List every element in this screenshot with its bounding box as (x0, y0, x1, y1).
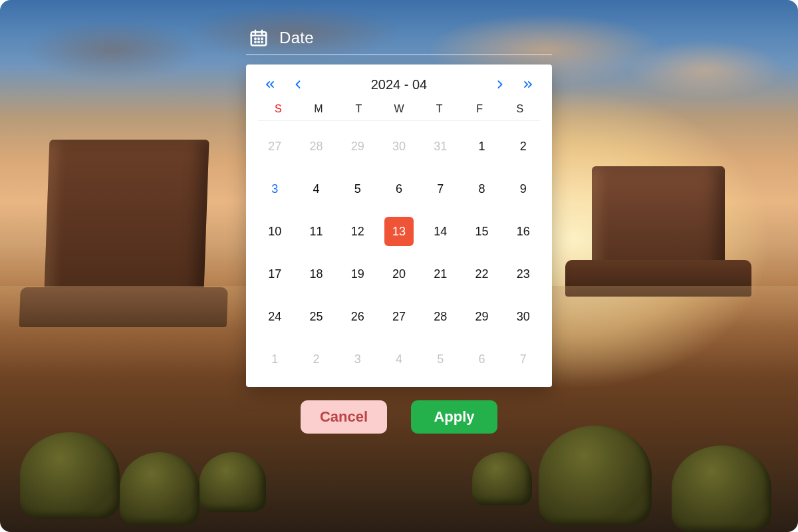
calendar-cell: 5 (420, 338, 461, 380)
calendar-day[interactable]: 10 (260, 217, 289, 246)
calendar-cell: 13 (378, 210, 420, 253)
calendar-day[interactable]: 14 (426, 217, 455, 246)
calendar-day[interactable]: 23 (509, 259, 538, 289)
calendar-day-outside[interactable]: 7 (509, 344, 538, 374)
calendar-cell: 6 (461, 338, 502, 380)
date-picker: Date 2024 - 04 (246, 27, 552, 434)
calendar-cell: 26 (337, 295, 378, 338)
calendar-day[interactable]: 16 (509, 217, 538, 246)
svg-point-4 (255, 39, 256, 40)
calendar-day-outside[interactable]: 29 (343, 132, 372, 161)
calendar-day[interactable]: 15 (467, 217, 497, 246)
chevron-double-left-icon (263, 78, 277, 91)
calendar-cell: 27 (254, 125, 295, 168)
calendar-day-outside[interactable]: 31 (426, 132, 455, 161)
calendar-cell: 28 (420, 295, 461, 338)
weekday-wed: W (379, 103, 420, 115)
calendar-day[interactable]: 20 (384, 259, 414, 289)
weekday-fri: F (460, 103, 500, 115)
calendar-cell: 15 (461, 210, 502, 253)
calendar-day[interactable]: 28 (426, 302, 455, 331)
calendar-day[interactable]: 27 (384, 302, 414, 331)
calendar-day[interactable]: 19 (343, 259, 372, 289)
calendar-cell: 30 (378, 125, 420, 168)
weekday-tue: T (338, 103, 379, 115)
calendar-day[interactable]: 29 (467, 302, 497, 331)
weekday-thu: T (419, 103, 460, 115)
calendar-day[interactable]: 8 (467, 174, 497, 203)
calendar-cell: 4 (295, 168, 336, 210)
calendar-day[interactable]: 1 (467, 132, 497, 161)
calendar-cell: 11 (295, 210, 336, 253)
calendar-day-selected[interactable]: 13 (384, 217, 414, 246)
calendar-cell: 18 (295, 253, 336, 295)
calendar-day[interactable]: 30 (509, 302, 538, 331)
calendar-cell: 5 (337, 168, 378, 210)
divider (258, 120, 540, 121)
calendar-cell: 7 (503, 338, 544, 380)
calendar-cell: 2 (295, 338, 336, 380)
calendar-current-month[interactable]: 2024 - 04 (371, 77, 428, 92)
calendar-day-outside[interactable]: 2 (301, 344, 331, 374)
calendar-cell: 17 (254, 253, 295, 295)
weekday-header: S M T W T F S (254, 99, 544, 120)
calendar-day[interactable]: 4 (301, 174, 331, 203)
calendar-day[interactable]: 7 (426, 174, 455, 203)
prev-year-button[interactable] (261, 75, 279, 94)
calendar-day-outside[interactable]: 3 (343, 344, 372, 374)
weekday-sun: S (258, 103, 299, 115)
calendar-day[interactable]: 22 (467, 259, 497, 289)
calendar-day-outside[interactable]: 6 (467, 344, 497, 374)
calendar-day[interactable]: 18 (301, 259, 331, 289)
calendar-day-outside[interactable]: 1 (260, 344, 289, 374)
calendar-day-outside[interactable]: 5 (426, 344, 455, 374)
chevron-right-icon (493, 78, 507, 91)
calendar-day[interactable]: 26 (343, 302, 372, 331)
calendar-cell: 21 (420, 253, 461, 295)
prev-month-button[interactable] (289, 75, 307, 94)
date-picker-header: Date (246, 27, 552, 55)
calendar-day[interactable]: 17 (260, 259, 289, 289)
calendar-day-outside[interactable]: 30 (384, 132, 414, 161)
calendar-cell: 7 (420, 168, 461, 210)
calendar-cell: 12 (337, 210, 378, 253)
calendar-day-outside[interactable]: 27 (260, 132, 289, 161)
next-year-button[interactable] (519, 75, 537, 94)
date-picker-label: Date (279, 29, 314, 47)
calendar-day[interactable]: 12 (343, 217, 372, 246)
calendar-cell: 31 (420, 125, 461, 168)
calendar-cell: 27 (378, 295, 420, 338)
calendar-day[interactable]: 9 (509, 174, 538, 203)
calendar-cell: 20 (378, 253, 420, 295)
calendar-cell: 19 (337, 253, 378, 295)
calendar-cell: 16 (503, 210, 544, 253)
calendar-day-outside[interactable]: 28 (301, 132, 331, 161)
cancel-button[interactable]: Cancel (301, 400, 387, 434)
calendar-day-outside[interactable]: 4 (384, 344, 414, 374)
calendar-day[interactable]: 24 (260, 302, 289, 331)
calendar-cell: 4 (378, 338, 420, 380)
calendar-cell: 29 (461, 295, 502, 338)
calendar-cell: 8 (461, 168, 502, 210)
calendar-day-today[interactable]: 3 (260, 174, 289, 203)
calendar-day[interactable]: 2 (509, 132, 538, 161)
action-row: Cancel Apply (246, 400, 552, 434)
calendar-day[interactable]: 25 (301, 302, 331, 331)
calendar-cell: 1 (254, 338, 295, 380)
apply-button[interactable]: Apply (411, 400, 497, 434)
calendar-grid: 2728293031123456789101112131415161718192… (254, 125, 544, 380)
calendar-cell: 3 (254, 168, 295, 210)
calendar-cell: 6 (378, 168, 420, 210)
calendar-day[interactable]: 6 (384, 174, 414, 203)
svg-point-9 (261, 42, 263, 43)
calendar-day[interactable]: 5 (343, 174, 372, 203)
calendar-cell: 22 (461, 253, 502, 295)
calendar-day[interactable]: 21 (426, 259, 455, 289)
calendar-cell: 1 (461, 125, 502, 168)
next-month-button[interactable] (491, 75, 509, 94)
svg-point-8 (258, 42, 259, 43)
calendar-icon (249, 28, 269, 48)
chevron-left-icon (291, 78, 305, 91)
weekday-sat: S (499, 103, 540, 115)
calendar-day[interactable]: 11 (301, 217, 331, 246)
